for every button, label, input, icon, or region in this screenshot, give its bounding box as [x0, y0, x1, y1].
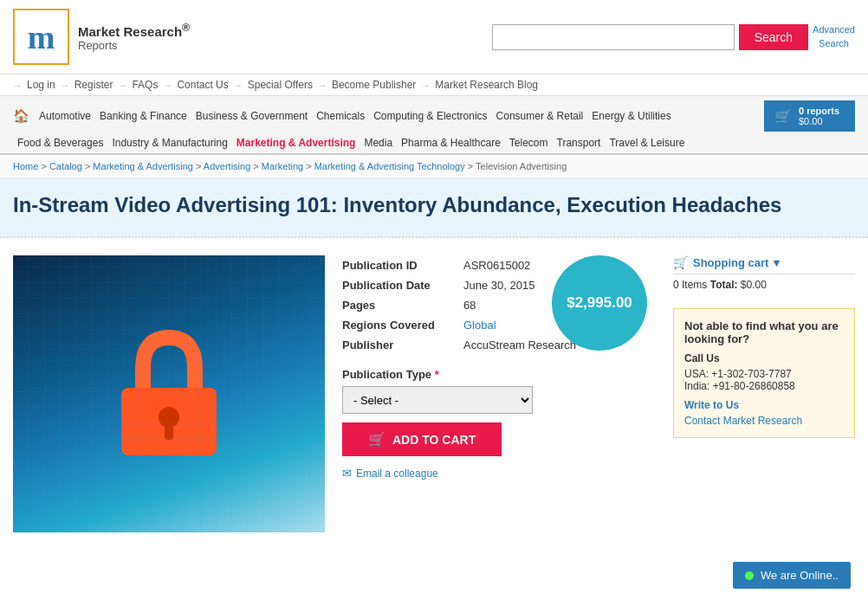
- search-input[interactable]: [492, 24, 735, 50]
- breadcrumb-sep-1: >: [85, 161, 93, 171]
- cat-energy[interactable]: Energy & Utilities: [587, 110, 675, 122]
- publisher-value: AccuStream Research: [463, 335, 576, 355]
- cat-transport[interactable]: Transport: [553, 137, 606, 149]
- nav-register[interactable]: Register: [71, 79, 117, 91]
- cart-icon: 🛒: [368, 431, 385, 448]
- cat-computing[interactable]: Computing & Electronics: [369, 110, 491, 122]
- logo-box: m: [13, 9, 69, 65]
- publication-type-select[interactable]: - Select -: [342, 386, 533, 414]
- pub-id-value: ASR0615002: [463, 255, 576, 275]
- advanced-search-link[interactable]: AdvancedSearch: [813, 23, 855, 50]
- logo-text: Market Research® Reports: [78, 22, 190, 52]
- product-image: [13, 255, 325, 532]
- breadcrumb-current: Television Advertising: [476, 161, 567, 171]
- cat-marketing[interactable]: Marketing & Advertising: [232, 137, 360, 149]
- page-title: In-Stream Video Advertising 101: Invento…: [13, 191, 855, 219]
- india-number: India: +91-80-26860858: [684, 380, 844, 392]
- pub-id-row: Publication ID ASR0615002: [342, 255, 576, 275]
- pub-date-label: Publication Date: [342, 275, 463, 295]
- price-badge: $2,995.00: [552, 255, 647, 351]
- contact-market-research-link[interactable]: Contact Market Research: [684, 415, 844, 427]
- logo-letter: m: [28, 18, 55, 56]
- nav-arrow-4: →: [234, 81, 243, 90]
- breadcrumb-marketing[interactable]: Marketing & Advertising: [93, 161, 193, 171]
- cat-banking[interactable]: Banking & Finance: [95, 110, 191, 122]
- email-colleague-label: Email a colleague: [356, 467, 438, 480]
- logo-area: m Market Research® Reports: [13, 9, 190, 65]
- pub-type-label: Publication Type *: [342, 368, 656, 381]
- cat-telecom[interactable]: Telecom: [505, 137, 553, 149]
- cart-info: 0 Items Total: $0.00: [673, 274, 855, 295]
- nav-special-offers[interactable]: Special Offers: [244, 79, 316, 91]
- email-icon: ✉: [342, 467, 352, 480]
- nav-become-publisher[interactable]: Become Publisher: [328, 79, 419, 91]
- search-area: Search AdvancedSearch: [492, 23, 855, 50]
- nav-blog[interactable]: Market Research Blog: [431, 79, 541, 91]
- nav-contact[interactable]: Contact Us: [173, 79, 231, 91]
- shopping-cart-icon: 🛒: [673, 255, 688, 269]
- cat-industry[interactable]: Industry & Manufacturing: [107, 137, 231, 149]
- not-found-title: Not able to find what you are looking fo…: [684, 319, 844, 345]
- write-to-us-link[interactable]: Write to Us: [684, 399, 844, 411]
- call-us-title: Call Us: [684, 352, 844, 364]
- nav-login[interactable]: Log in: [23, 79, 59, 91]
- cart-button-icon: 🛒: [774, 108, 792, 125]
- cart-total-value: $0.00: [741, 279, 767, 291]
- regions-row: Regions Covered Global: [342, 315, 576, 335]
- cat-chemicals[interactable]: Chemicals: [312, 110, 369, 122]
- cart-count: 0 reports: [799, 106, 839, 116]
- shopping-cart-section: 🛒 Shopping cart ▾ 0 Items Total: $0.00: [673, 255, 855, 295]
- pub-type-section: Publication Type * - Select -: [342, 368, 656, 414]
- brand-name: Market Research: [78, 24, 182, 39]
- breadcrumb-home[interactable]: Home: [13, 161, 38, 171]
- cat-pharma[interactable]: Pharma & Healthcare: [397, 137, 505, 149]
- breadcrumb: Home > Catalog > Marketing & Advertising…: [0, 155, 868, 178]
- cat-travel[interactable]: Travel & Leisure: [605, 137, 689, 149]
- breadcrumb-sep-0: >: [41, 161, 49, 171]
- nav-arrow-2: →: [118, 81, 126, 90]
- breadcrumb-marketing2[interactable]: Marketing: [262, 161, 303, 171]
- regions-link[interactable]: Global: [463, 319, 496, 332]
- nav-bar: → Log in → Register → FAQs → Contact Us …: [0, 74, 868, 96]
- cat-food[interactable]: Food & Beverages: [13, 137, 107, 149]
- breadcrumb-sep-3: >: [253, 161, 261, 171]
- cart-items-count: 0 Items: [673, 279, 707, 291]
- breadcrumb-sep-5: >: [468, 161, 476, 171]
- shopping-cart-dropdown-icon: ▾: [774, 256, 780, 269]
- product-details-area: $2,995.00 Publication ID ASR0615002 Publ…: [342, 255, 855, 532]
- usa-number: USA: +1-302-703-7787: [684, 368, 844, 380]
- cat-consumer[interactable]: Consumer & Retail: [492, 110, 588, 122]
- required-star: *: [435, 368, 439, 381]
- product-details: $2,995.00 Publication ID ASR0615002 Publ…: [342, 255, 656, 532]
- cat-automotive[interactable]: Automotive: [35, 110, 95, 122]
- brand-sub: Reports: [78, 39, 190, 52]
- breadcrumb-catalog[interactable]: Catalog: [49, 161, 82, 171]
- sidebar: 🛒 Shopping cart ▾ 0 Items Total: $0.00 N…: [673, 255, 855, 532]
- shopping-cart-header[interactable]: 🛒 Shopping cart ▾: [673, 255, 855, 269]
- publisher-label: Publisher: [342, 335, 463, 355]
- pub-date-row: Publication Date June 30, 2015: [342, 275, 576, 295]
- search-button[interactable]: Search: [739, 24, 808, 50]
- add-to-cart-button[interactable]: 🛒 ADD TO CART: [342, 422, 502, 456]
- category-nav: 🏠 Automotive Banking & Finance Business …: [0, 96, 868, 155]
- cat-business[interactable]: Business & Government: [191, 110, 312, 122]
- home-icon[interactable]: 🏠: [13, 108, 29, 124]
- publisher-row: Publisher AccuStream Research: [342, 335, 576, 355]
- cat-row-1: 🏠 Automotive Banking & Finance Business …: [13, 96, 855, 134]
- breadcrumb-tech[interactable]: Marketing & Advertising Technology: [314, 161, 465, 171]
- cart-button[interactable]: 🛒 0 reports $0.00: [764, 100, 855, 132]
- title-area: In-Stream Video Advertising 101: Invento…: [0, 178, 868, 238]
- breadcrumb-sep-4: >: [306, 161, 314, 171]
- pub-id-label: Publication ID: [342, 255, 463, 275]
- header: m Market Research® Reports Search Advanc…: [0, 0, 868, 74]
- shopping-cart-title: Shopping cart: [693, 256, 768, 269]
- product-image-container: [13, 255, 325, 532]
- cat-row-2: Food & Beverages Industry & Manufacturin…: [13, 134, 855, 153]
- breadcrumb-advertising[interactable]: Advertising: [204, 161, 250, 171]
- main-content: $2,995.00 Publication ID ASR0615002 Publ…: [0, 238, 868, 550]
- email-colleague-link[interactable]: ✉ Email a colleague: [342, 467, 656, 480]
- price-value: $2,995.00: [567, 294, 632, 312]
- cat-media[interactable]: Media: [360, 137, 397, 149]
- nav-faqs[interactable]: FAQs: [128, 79, 161, 91]
- pages-row: Pages 68: [342, 295, 576, 315]
